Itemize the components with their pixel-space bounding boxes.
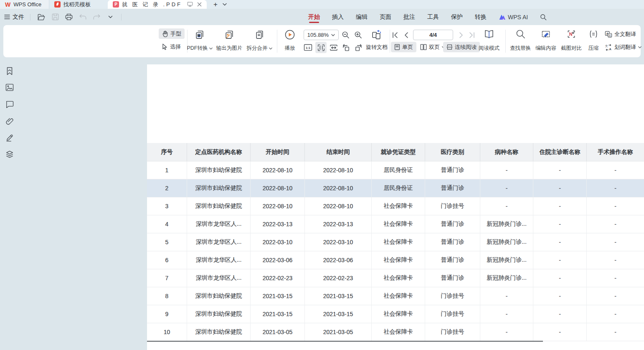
divider — [505, 30, 506, 53]
table-cell: 新冠肺炎门诊... — [480, 215, 533, 233]
play-button[interactable]: 播放 — [280, 28, 300, 54]
table-cell: 普通门诊 — [425, 233, 480, 251]
table-cell: - — [533, 197, 587, 215]
swap-pages-button[interactable] — [370, 28, 383, 41]
rotate-left-button[interactable] — [340, 42, 352, 53]
hand-icon — [162, 31, 168, 37]
actual-size-button[interactable]: 1:1 — [302, 42, 314, 53]
tab-wps-office[interactable]: W WPS Office — [0, 0, 49, 9]
table-cell: - — [533, 251, 587, 269]
bookmark-panel-button[interactable] — [5, 66, 15, 76]
table-cell: - — [480, 179, 533, 197]
first-page-button[interactable] — [389, 29, 401, 41]
table-cell: 社会保障卡 — [372, 251, 425, 269]
read-mode-button[interactable]: 阅读模式 — [474, 28, 505, 54]
save-button[interactable] — [50, 12, 60, 22]
menu-edit[interactable]: 编辑 — [356, 10, 368, 25]
table-cell: - — [587, 251, 644, 269]
table-cell: - — [587, 305, 644, 323]
table-row: 1深圳市妇幼保健院2022-08-102022-08-10居民身份证普通门诊--… — [147, 161, 644, 179]
table-cell: 新冠肺炎门诊... — [480, 269, 533, 287]
tab-docer-templates[interactable]: 找稻壳模板 — [49, 0, 105, 9]
comments-panel-button[interactable] — [5, 100, 15, 110]
signature-panel-button[interactable] — [5, 133, 15, 143]
cursor-icon — [162, 43, 168, 50]
table-cell: 2022-08-10 — [305, 179, 372, 197]
continuous-pages-icon — [446, 44, 453, 50]
menu-home[interactable]: 开始 — [308, 10, 320, 25]
table-row: 2深圳市妇幼保健院2022-08-102022-08-10居民身份证普通门诊--… — [147, 179, 644, 197]
docer-icon — [54, 1, 61, 8]
full-translate-icon: A文 — [605, 31, 612, 38]
ribbon-toolbar: 手型 选择 W PDF转换 输出为图片 拆分合并 播放 105.88% 1:1 — [3, 25, 641, 57]
edit-content-button[interactable]: 编辑内容 — [532, 28, 560, 54]
compress-button[interactable]: 压缩 — [583, 28, 604, 54]
table-header-cell: 定点医药机构名称 — [187, 143, 251, 161]
new-tab-button[interactable]: + — [213, 1, 218, 8]
hand-tool-button[interactable]: 手型 — [159, 28, 185, 39]
single-page-button[interactable]: 单页 — [391, 42, 416, 52]
rotate-doc-label[interactable]: 旋转文档 — [366, 43, 388, 51]
chevron-down-icon — [209, 47, 213, 50]
full-translate-button[interactable]: A文 全文翻译 — [605, 29, 636, 39]
zoom-out-button[interactable] — [340, 29, 351, 41]
table-cell: 社会保障卡 — [372, 323, 425, 341]
table-cell: 2021-03-15 — [305, 287, 372, 305]
export-image-button[interactable]: 输出为图片 — [213, 28, 246, 54]
open-file-button[interactable] — [36, 12, 46, 22]
pdf-file-icon: P — [113, 1, 119, 8]
table-cell: - — [480, 305, 533, 323]
tab-list-chevron-icon[interactable] — [223, 3, 227, 6]
layers-panel-button[interactable] — [5, 149, 15, 159]
menu-insert[interactable]: 插入 — [332, 10, 344, 25]
split-merge-icon — [254, 29, 265, 40]
find-replace-button[interactable]: 查找替换 — [507, 28, 534, 54]
table-cell: 门诊挂号 — [425, 323, 480, 341]
file-menu-button[interactable]: 文件 — [4, 13, 24, 21]
zoom-level-dropdown[interactable]: 105.88% — [304, 30, 339, 40]
menu-wps-ai[interactable]: WPS AI — [499, 14, 528, 20]
more-actions-chevron-icon[interactable] — [105, 12, 115, 22]
present-screen-icon[interactable] — [187, 2, 193, 7]
menu-page[interactable]: 页面 — [380, 10, 391, 25]
book-icon — [484, 29, 494, 39]
pdf-convert-button[interactable]: W PDF转换 — [183, 28, 216, 54]
svg-text:A: A — [609, 47, 611, 51]
table-row: 10深圳市妇幼保健院2021-03-052021-03-05社会保障卡门诊挂号-… — [147, 323, 644, 341]
table-cell: - — [533, 323, 587, 341]
next-page-button[interactable] — [456, 29, 467, 41]
chevron-down-icon — [638, 46, 641, 49]
tab-document-active[interactable]: P 就 医 记 录 .PDF — [108, 0, 207, 9]
undo-button[interactable] — [78, 12, 88, 22]
zoom-in-button[interactable] — [352, 29, 364, 41]
menu-comment[interactable]: 批注 — [403, 10, 415, 25]
rotate-right-button[interactable] — [353, 42, 364, 53]
window-tab-bar: W WPS Office 找稻壳模板 P 就 医 记 录 .PDF + — [0, 0, 644, 9]
select-tool-button[interactable]: 选择 — [159, 41, 184, 52]
page-indicator-input[interactable]: 4/4 — [413, 30, 453, 40]
split-merge-button[interactable]: 拆分合并 — [243, 28, 276, 54]
attachments-panel-button[interactable] — [5, 116, 15, 126]
export-image-icon — [224, 29, 235, 40]
table-cell: 2022-08-10 — [251, 161, 305, 179]
bookmark-icon — [6, 67, 13, 75]
word-translate-button[interactable]: 文A 划词翻译 — [605, 42, 641, 52]
prev-page-button[interactable] — [400, 29, 411, 41]
table-cell: - — [480, 323, 533, 341]
table-cell: 门诊挂号 — [425, 197, 480, 215]
table-cell: 深圳市妇幼保健院 — [187, 161, 251, 179]
menu-tools[interactable]: 工具 — [427, 10, 439, 25]
fit-page-button[interactable] — [315, 42, 327, 53]
menu-convert[interactable]: 转换 — [475, 10, 487, 25]
table-cell: 7 — [147, 269, 187, 287]
table-cell: 2022-08-10 — [305, 161, 372, 179]
print-button[interactable] — [64, 12, 74, 22]
menu-search-icon[interactable] — [540, 14, 547, 20]
close-tab-icon[interactable] — [197, 2, 202, 7]
fit-width-button[interactable] — [328, 42, 339, 53]
table-cell: 4 — [147, 215, 187, 233]
thumbnails-panel-button[interactable] — [5, 82, 15, 92]
screenshot-compare-button[interactable]: 截图对比 — [558, 28, 585, 54]
menu-protect[interactable]: 保护 — [451, 10, 463, 25]
redo-button[interactable] — [91, 12, 101, 22]
